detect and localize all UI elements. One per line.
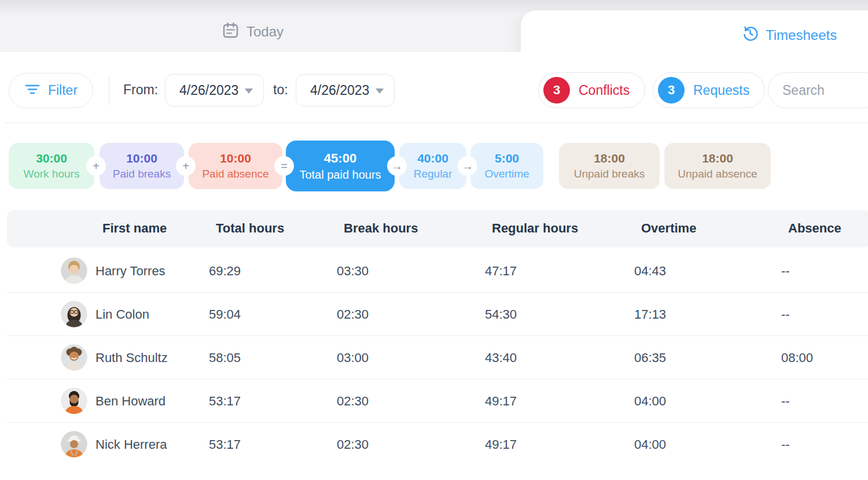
arrow-right-icon: → (387, 156, 407, 176)
regular-hours-cell: 54:30 (485, 307, 517, 322)
table-row[interactable]: Lin Colon 59:04 02:30 54:30 17:13 -- (0, 293, 868, 336)
column-header-regular-hours: Regular hours (492, 221, 578, 236)
total-hours-cell: 53:17 (209, 394, 241, 409)
filter-icon (24, 83, 41, 98)
chip-value: 10:00 (220, 150, 251, 167)
table-body: Harry Torres 69:29 03:30 47:17 04:43 -- … (0, 249, 868, 466)
column-header-break-hours: Break hours (344, 221, 418, 236)
overtime-cell: 17:13 (634, 307, 666, 322)
overtime-cell: 04:00 (634, 437, 666, 452)
break-hours-cell: 03:00 (337, 350, 369, 365)
chip-unpaid-absence[interactable]: 18:00 Unpaid absence (664, 143, 771, 189)
employee-name: Ruth Schultz (95, 350, 168, 365)
divider (5, 123, 868, 123)
to-date-value: 4/26/2023 (310, 83, 369, 98)
tab-timesheets-label: Timesheets (766, 27, 837, 43)
history-icon (742, 25, 758, 45)
chip-value: 5:00 (495, 150, 519, 167)
total-hours-cell: 58:05 (209, 350, 241, 365)
chip-value: 18:00 (594, 150, 625, 167)
chip-label: Total paid hours (299, 167, 381, 182)
chip-overtime[interactable]: 5:00 Overtime (470, 143, 543, 189)
column-header-total-hours: Total hours (216, 221, 284, 236)
requests-button[interactable]: 3 Requests (653, 72, 765, 108)
chip-label: Regular (414, 167, 453, 182)
chip-label: Paid absence (202, 167, 269, 182)
employee-name: Lin Colon (95, 307, 149, 322)
chip-unpaid-breaks[interactable]: 18:00 Unpaid breaks (559, 143, 660, 189)
chip-label: Unpaid absence (678, 167, 757, 182)
break-hours-cell: 02:30 (337, 394, 369, 409)
employee-name: Ben Howard (95, 394, 165, 409)
break-hours-cell: 03:30 (337, 264, 369, 279)
chip-label: Work hours (24, 167, 80, 182)
regular-hours-cell: 49:17 (485, 394, 517, 409)
employee-name: Harry Torres (95, 264, 165, 279)
chip-paid-breaks[interactable]: 10:00 Paid breaks (100, 143, 184, 189)
avatar (61, 387, 87, 414)
chip-label: Paid breaks (113, 167, 171, 182)
column-header-absence: Absence (788, 221, 841, 236)
overtime-cell: 04:00 (634, 394, 666, 409)
from-label: From: (123, 82, 158, 98)
employee-name: Nick Herrera (95, 437, 167, 452)
table-row[interactable]: Ruth Schultz 58:05 03:00 43:40 06:35 08:… (0, 336, 868, 379)
chevron-down-icon (245, 88, 253, 94)
arrow-right-icon: → (458, 156, 477, 176)
chip-label: Unpaid breaks (574, 167, 645, 182)
chip-value: 45:00 (324, 150, 356, 167)
regular-hours-cell: 49:17 (485, 437, 517, 452)
column-header-first-name: First name (102, 221, 167, 236)
table-row[interactable]: Harry Torres 69:29 03:30 47:17 04:43 -- (0, 249, 868, 293)
tab-today-label: Today (247, 24, 284, 40)
conflicts-button[interactable]: 3 Conflicts (538, 72, 645, 108)
avatar (61, 344, 87, 371)
break-hours-cell: 02:30 (337, 307, 369, 322)
regular-hours-cell: 47:17 (485, 264, 517, 279)
chip-regular[interactable]: 40:00 Regular (399, 143, 466, 189)
chip-value: 40:00 (417, 150, 448, 167)
filter-button-label: Filter (48, 83, 78, 98)
table-row[interactable]: Ben Howard 53:17 02:30 49:17 04:00 -- (0, 379, 868, 423)
divider (109, 75, 109, 105)
absence-cell: -- (781, 437, 790, 452)
chip-value: 10:00 (126, 150, 157, 167)
break-hours-cell: 02:30 (337, 437, 369, 452)
chip-label: Overtime (484, 167, 529, 182)
overtime-cell: 04:43 (634, 264, 666, 279)
total-hours-cell: 53:17 (209, 437, 241, 452)
absence-cell: -- (781, 264, 790, 279)
avatar (61, 301, 87, 327)
chip-total-paid-hours[interactable]: 45:00 Total paid hours (286, 141, 395, 191)
chevron-down-icon (376, 88, 384, 94)
plus-icon: + (176, 156, 196, 176)
absence-cell: -- (781, 394, 790, 409)
tab-today[interactable]: Today (223, 22, 284, 42)
equals-icon: = (274, 156, 294, 176)
filter-row: Filter From: 4/26/2023 to: 4/26/2023 3 C… (0, 52, 868, 123)
chip-value: 18:00 (702, 150, 733, 167)
table-row[interactable]: Nick Herrera 53:17 02:30 49:17 04:00 -- (0, 423, 868, 466)
search-input[interactable] (768, 72, 868, 108)
column-header-overtime: Overtime (641, 221, 696, 236)
total-hours-cell: 69:29 (209, 264, 241, 279)
table-header: First name Total hours Break hours Regul… (7, 210, 868, 248)
overtime-cell: 06:35 (634, 350, 666, 365)
to-label: to: (273, 82, 288, 98)
to-date-select[interactable]: 4/26/2023 (296, 74, 395, 106)
conflicts-count-badge: 3 (543, 77, 570, 104)
avatar (61, 257, 87, 284)
total-hours-cell: 59:04 (209, 307, 241, 322)
chip-paid-absence[interactable]: 10:00 Paid absence (189, 143, 282, 189)
regular-hours-cell: 43:40 (485, 350, 517, 365)
absence-cell: 08:00 (781, 350, 813, 365)
chip-work-hours[interactable]: 30:00 Work hours (9, 143, 94, 189)
avatar (61, 431, 87, 457)
from-date-select[interactable]: 4/26/2023 (165, 74, 264, 106)
tab-timesheets[interactable]: Timesheets (742, 25, 837, 45)
filter-button[interactable]: Filter (9, 73, 93, 108)
requests-count-badge: 3 (658, 77, 685, 104)
calendar-icon (223, 22, 238, 42)
chip-value: 30:00 (36, 150, 67, 167)
from-date-value: 4/26/2023 (179, 83, 238, 98)
